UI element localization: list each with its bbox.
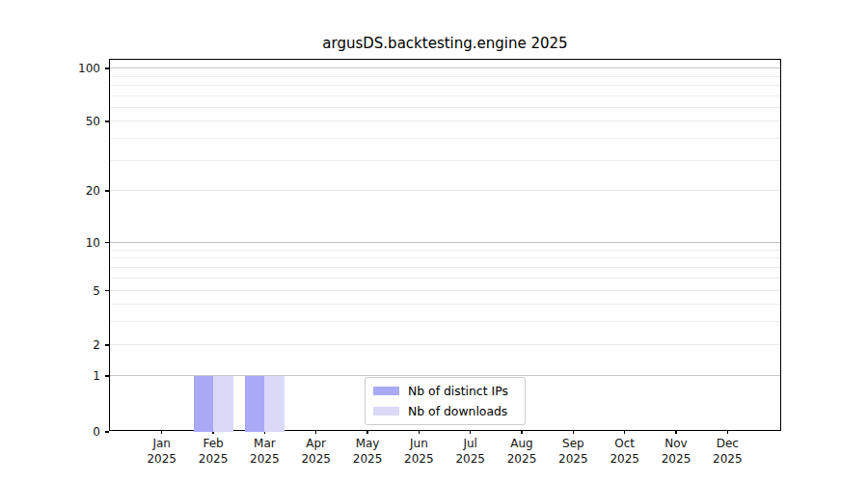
month-label: Jan	[133, 437, 191, 452]
minor-gridline	[110, 107, 780, 108]
x-tick	[675, 430, 677, 434]
year-label: 2025	[544, 452, 602, 468]
year-label: 2025	[184, 452, 242, 468]
x-tick	[161, 430, 163, 434]
month-label: Jun	[390, 437, 448, 452]
x-tick-label: Jan2025	[133, 437, 191, 467]
plot-area: Jan2025Feb2025Mar2025Apr2025May2025Jun20…	[109, 59, 781, 431]
y-tick-label: 5	[37, 284, 100, 298]
minor-gridline	[110, 85, 780, 86]
y-tick	[105, 431, 109, 433]
minor-gridline	[110, 321, 780, 322]
y-tick	[105, 290, 109, 292]
month-label: Jul	[442, 437, 500, 452]
legend-swatch-distinct-ips	[373, 387, 399, 395]
major-gridline	[110, 190, 780, 191]
y-tick-label: 50	[37, 115, 100, 128]
bar-downloads	[213, 376, 233, 432]
y-tick-label: 1	[37, 369, 100, 383]
year-label: 2025	[442, 452, 500, 468]
y-tick	[105, 375, 109, 377]
minor-gridline	[110, 138, 780, 139]
y-tick	[105, 190, 109, 192]
legend-swatch-downloads	[373, 407, 399, 415]
figure: argusDS.backtesting.engine 2025 Jan2025F…	[0, 0, 868, 482]
y-tick	[105, 242, 109, 244]
y-tick	[105, 120, 109, 122]
minor-gridline	[110, 76, 780, 77]
x-tick	[521, 430, 523, 434]
major-gridline	[110, 242, 780, 243]
year-label: 2025	[339, 452, 396, 468]
x-tick-label: Aug2025	[493, 437, 551, 467]
x-tick-label: Oct2025	[596, 437, 654, 467]
major-gridline	[110, 120, 780, 121]
legend-label: Nb of downloads	[408, 404, 507, 418]
major-gridline	[110, 67, 780, 68]
x-tick	[366, 430, 368, 434]
x-tick-label: Mar2025	[235, 437, 293, 467]
x-tick	[624, 430, 626, 434]
x-tick-label: Nov2025	[647, 437, 705, 467]
minor-gridline	[110, 257, 780, 258]
y-tick-label: 2	[37, 338, 100, 352]
year-label: 2025	[493, 452, 551, 468]
minor-gridline	[110, 267, 780, 268]
year-label: 2025	[596, 452, 654, 468]
month-label: Apr	[287, 437, 345, 452]
month-label: Nov	[647, 437, 705, 452]
y-tick	[105, 67, 109, 69]
bar-distinct-ips	[194, 376, 214, 432]
x-tick	[470, 430, 472, 434]
y-tick-label: 100	[37, 62, 100, 75]
legend: Nb of distinct IPsNb of downloads	[365, 377, 526, 425]
x-tick-label: May2025	[339, 437, 396, 467]
minor-gridline	[110, 160, 780, 161]
legend-item: Nb of distinct IPs	[373, 383, 517, 399]
y-tick-label: 0	[37, 425, 100, 439]
minor-gridline	[110, 304, 780, 305]
year-label: 2025	[287, 452, 345, 468]
y-tick-label: 20	[37, 184, 100, 198]
minor-gridline	[110, 278, 780, 279]
x-tick-label: Feb2025	[184, 437, 242, 467]
month-label: Aug	[493, 437, 551, 452]
legend-label: Nb of distinct IPs	[408, 384, 508, 398]
month-label: Mar	[235, 437, 293, 452]
x-tick	[727, 430, 729, 434]
chart-title: argusDS.backtesting.engine 2025	[109, 35, 781, 52]
bar-distinct-ips	[245, 376, 265, 432]
minor-gridline	[110, 250, 780, 251]
x-tick-label: Jun2025	[390, 437, 448, 467]
x-tick	[315, 430, 317, 434]
y-tick-label: 10	[37, 236, 100, 250]
legend-item: Nb of downloads	[373, 403, 517, 419]
month-label: May	[339, 437, 396, 452]
x-tick-label: Sep2025	[544, 437, 602, 467]
year-label: 2025	[390, 452, 448, 468]
year-label: 2025	[647, 452, 705, 468]
x-tick-label: Apr2025	[287, 437, 345, 467]
y-tick	[105, 344, 109, 346]
x-tick	[419, 430, 420, 434]
major-gridline	[110, 290, 780, 291]
bar-downloads	[264, 376, 285, 432]
month-label: Dec	[698, 437, 756, 452]
x-tick-label: Dec2025	[698, 437, 756, 467]
month-label: Oct	[596, 437, 654, 452]
year-label: 2025	[698, 452, 756, 468]
x-tick-label: Jul2025	[442, 437, 500, 467]
month-label: Feb	[184, 437, 242, 452]
x-tick	[573, 430, 575, 434]
year-label: 2025	[235, 452, 293, 468]
major-gridline	[110, 344, 780, 345]
minor-gridline	[110, 95, 780, 96]
month-label: Sep	[544, 437, 602, 452]
year-label: 2025	[133, 452, 191, 468]
